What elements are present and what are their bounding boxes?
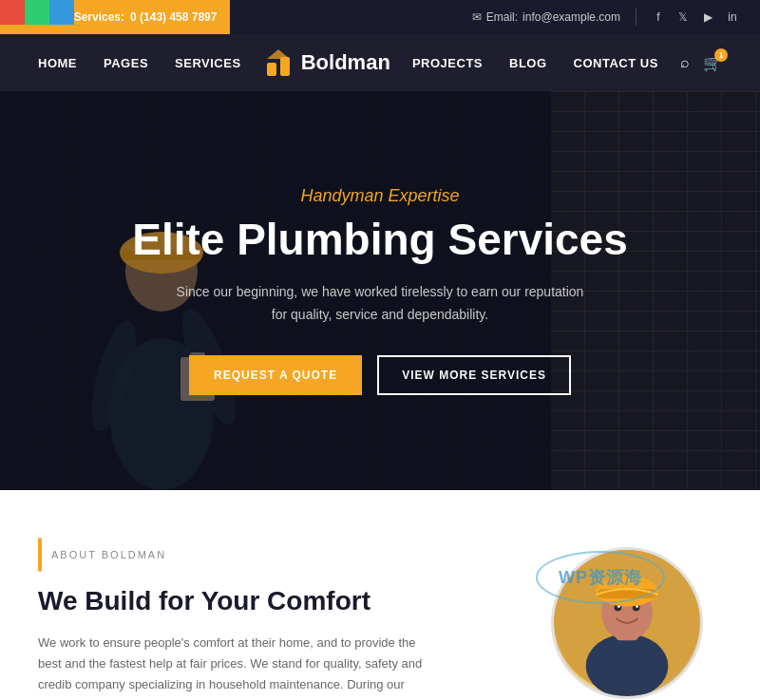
navbar: HOME PAGES SERVICES Boldman PROJECTS BLO… [0, 34, 760, 91]
view-services-button[interactable]: VIEW MORE SERVICES [377, 355, 571, 395]
corner-decoration [0, 0, 74, 25]
nav-icons: ⌕ 🛒 1 [680, 54, 722, 72]
nav-right-links: PROJECTS BLOG CONTACT US [412, 56, 658, 70]
worker-circle [551, 547, 703, 699]
facebook-icon[interactable]: f [650, 9, 667, 26]
svg-point-12 [586, 634, 669, 696]
logo[interactable]: Boldman [263, 47, 390, 78]
search-icon[interactable]: ⌕ [680, 54, 690, 71]
nav-pages[interactable]: PAGES [104, 56, 148, 70]
nav-projects[interactable]: PROJECTS [412, 56, 483, 70]
email-info: ✉ Email: info@example.com [472, 10, 620, 24]
svg-rect-1 [280, 57, 290, 76]
nav-contact[interactable]: CONTACT US [574, 56, 658, 70]
corner-box-green [25, 0, 49, 25]
about-section: ABOUT BOLDMAN We Build for Your Comfort … [38, 538, 437, 700]
email-icon: ✉ [472, 10, 482, 24]
nav-blog[interactable]: BLOG [509, 56, 547, 70]
hero-description: Since our beginning, we have worked tire… [132, 281, 628, 327]
about-title: We Build for Your Comfort [38, 585, 437, 617]
svg-marker-2 [267, 49, 290, 59]
top-bar: ☎ Client Services: 0 (143) 458 7897 ✉ Em… [0, 0, 760, 34]
cart-badge: 1 [714, 48, 728, 62]
worker-illustration [554, 547, 700, 696]
hero-buttons: REQUEST A QUOTE VIEW MORE SERVICES [132, 355, 628, 395]
request-quote-button[interactable]: REQUEST A QUOTE [189, 355, 362, 395]
nav-home[interactable]: HOME [38, 56, 77, 70]
nav-left-links: HOME PAGES SERVICES [38, 56, 241, 70]
below-fold-section: ABOUT BOLDMAN We Build for Your Comfort … [0, 490, 760, 700]
logo-text: Boldman [301, 50, 390, 75]
social-icons: f 𝕏 ▶ in [636, 9, 741, 26]
nav-services[interactable]: SERVICES [175, 56, 241, 70]
hero-subtitle: Handyman Expertise [132, 186, 628, 206]
cart-icon[interactable]: 🛒 1 [703, 54, 722, 72]
corner-box-blue [49, 0, 74, 25]
svg-rect-20 [598, 589, 656, 598]
phone-number[interactable]: 0 (143) 458 7897 [130, 10, 217, 24]
hero-section: Handyman Expertise Elite Plumbing Servic… [0, 91, 760, 490]
about-label: ABOUT BOLDMAN [38, 538, 437, 572]
logo-icon [263, 47, 294, 78]
page-wrapper: ☎ Client Services: 0 (143) 458 7897 ✉ Em… [0, 0, 760, 700]
svg-rect-0 [267, 63, 276, 76]
about-text: We work to ensure people's comfort at th… [38, 633, 437, 700]
worker-photo [475, 538, 722, 700]
corner-box-red [0, 0, 25, 25]
top-bar-right: ✉ Email: info@example.com f 𝕏 ▶ in [472, 9, 741, 26]
linkedin-icon[interactable]: in [724, 9, 741, 26]
email-value[interactable]: info@example.com [522, 10, 620, 24]
hero-title: Elite Plumbing Services [132, 216, 628, 264]
twitter-icon[interactable]: 𝕏 [674, 9, 692, 26]
hero-content: Handyman Expertise Elite Plumbing Servic… [132, 186, 628, 394]
email-label: Email: [486, 10, 518, 24]
youtube-icon[interactable]: ▶ [699, 9, 716, 26]
